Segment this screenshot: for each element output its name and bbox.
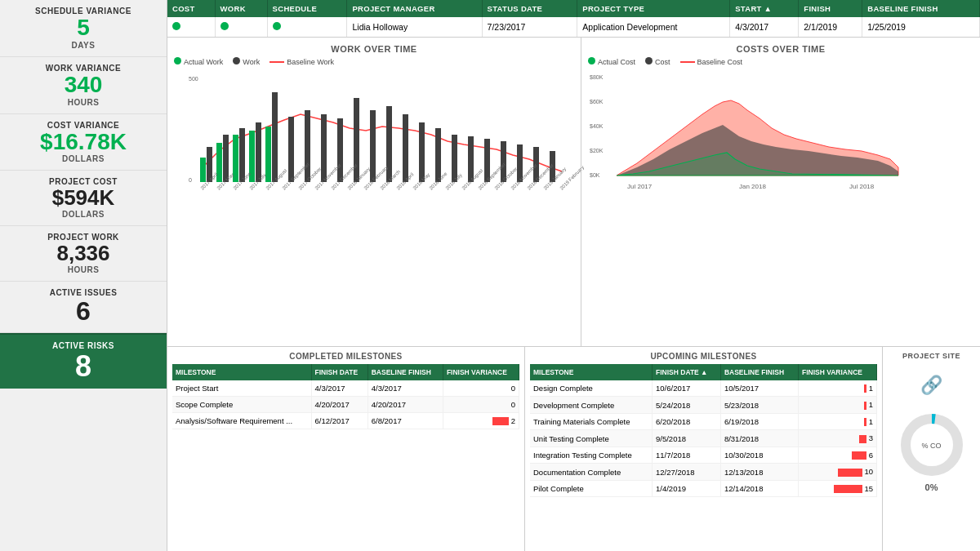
- cm-finish: 4/20/2017: [311, 397, 368, 413]
- gauge-container: % CO: [899, 412, 964, 479]
- col-finish: FINISH: [799, 0, 862, 17]
- um-baseline: 5/23/2018: [720, 397, 798, 413]
- table-row: Project Start 4/3/2017 4/3/2017 0: [172, 380, 519, 397]
- cm-col-variance: FINISH VARIANCE: [443, 364, 519, 380]
- cm-col-baseline: BASELINE FINISH: [368, 364, 443, 380]
- um-col-finish: FINISH DATE ▲: [653, 364, 721, 380]
- cost-chart-legend: Actual Cost Cost Baseline Cost: [588, 57, 973, 66]
- manager-name: Lidia Holloway: [347, 17, 482, 37]
- variance-bar: [864, 384, 866, 393]
- start-date: 4/3/2017: [730, 17, 799, 37]
- active-risks-block: ACTIVE RISKS 8: [0, 333, 167, 389]
- project-site-label: PROJECT SITE: [902, 352, 960, 360]
- cm-variance: 2: [443, 413, 519, 429]
- work-chart-legend: Actual Work Work Baseline Work: [174, 57, 574, 66]
- bar-actual-5: [265, 127, 271, 182]
- table-row: Development Complete 5/24/2018 5/23/2018…: [530, 397, 877, 413]
- upcoming-milestones-panel: UPCOMING MILESTONES MILESTONE FINISH DAT…: [524, 347, 882, 551]
- cost-variance-unit: DOLLARS: [8, 154, 158, 163]
- um-baseline: 6/19/2018: [720, 413, 798, 429]
- um-milestone: Unit Testing Complete: [530, 430, 653, 447]
- col-pm: PROJECT MANAGER: [347, 0, 482, 17]
- work-variance-unit: HOURS: [8, 98, 158, 107]
- cost-chart-panel: COSTS OVER TIME Actual Cost Cost Baselin…: [581, 38, 980, 346]
- pct-co-label: % CO: [921, 442, 941, 450]
- variance-bar: [852, 451, 866, 460]
- schedule-status: [267, 17, 347, 37]
- variance-bar: [834, 485, 862, 493]
- sidebar: SCHEDULE VARIANCE 5 DAYS WORK VARIANCE 3…: [0, 0, 167, 551]
- um-variance: 6: [798, 447, 876, 463]
- project-type: Application Development: [577, 17, 730, 37]
- um-finish: 10/6/2017: [653, 380, 721, 397]
- baseline-finish-date: 1/25/2019: [862, 17, 980, 37]
- um-variance: 1: [798, 397, 876, 413]
- um-variance: 10: [798, 464, 876, 480]
- um-finish: 1/4/2019: [653, 480, 721, 496]
- bar-work-9: [337, 118, 343, 182]
- project-site-panel: PROJECT SITE 🔗 % CO 0%: [882, 347, 980, 551]
- y-label-500: 500: [189, 76, 198, 82]
- cost-x-jan18: Jan 2018: [739, 183, 766, 190]
- cm-baseline: 4/20/2017: [368, 397, 443, 413]
- cm-milestone: Analysis/Software Requirement ...: [172, 413, 311, 429]
- pct-value: 0%: [925, 482, 938, 492]
- project-work-unit: HOURS: [8, 265, 158, 274]
- table-row: Pilot Complete 1/4/2019 12/14/2018 15: [530, 480, 877, 496]
- cm-milestone: Project Start: [172, 380, 311, 397]
- um-milestone: Development Complete: [530, 397, 653, 413]
- um-baseline: 10/30/2018: [720, 447, 798, 463]
- bar-work-4: [256, 122, 261, 182]
- um-variance: 1: [798, 380, 876, 397]
- variance-bar: [864, 418, 866, 426]
- completed-milestones-title: COMPLETED MILESTONES: [172, 352, 519, 361]
- um-milestone: Training Materials Complete: [530, 413, 653, 429]
- schedule-dot: [273, 22, 281, 30]
- bar-work-8: [321, 114, 327, 182]
- baseline-work-legend-line: [270, 61, 284, 63]
- um-col-variance: FINISH VARIANCE: [798, 364, 876, 380]
- schedule-variance-unit: DAYS: [8, 41, 158, 50]
- table-row: Unit Testing Complete 9/5/2018 8/31/2018…: [530, 430, 877, 447]
- link-icon[interactable]: 🔗: [920, 375, 942, 396]
- variance-bar: [838, 469, 862, 477]
- um-finish: 5/24/2018: [653, 397, 721, 413]
- cost-dot: [172, 22, 180, 30]
- um-baseline: 8/31/2018: [720, 430, 798, 447]
- table-row: Analysis/Software Requirement ... 6/12/2…: [172, 413, 519, 429]
- bar-work-14: [419, 122, 425, 182]
- um-finish: 9/5/2018: [653, 430, 721, 447]
- cm-variance: 0: [443, 397, 519, 413]
- col-baseline-finish: BASELINE FINISH: [862, 0, 980, 17]
- cost-y-20k: $20K: [590, 148, 604, 153]
- bar-work-3: [239, 128, 245, 182]
- work-variance-value: 340: [8, 73, 158, 98]
- project-table: COST WORK SCHEDULE PROJECT MANAGER STATU…: [167, 0, 980, 38]
- cm-baseline: 4/3/2017: [368, 380, 443, 397]
- cost-legend-dot: [645, 57, 653, 64]
- um-col-milestone: MILESTONE: [530, 364, 653, 380]
- um-col-baseline: BASELINE FINISH: [720, 364, 798, 380]
- cm-baseline: 6/8/2017: [368, 413, 443, 429]
- table-row: Design Complete 10/6/2017 10/5/2017 1: [530, 380, 877, 397]
- bar-work-11: [370, 110, 376, 182]
- um-baseline: 12/14/2018: [720, 480, 798, 496]
- col-project-type: PROJECT TYPE: [577, 0, 730, 17]
- cost-y-60k: $60K: [590, 99, 604, 104]
- milestones-row: COMPLETED MILESTONES MILESTONE FINISH DA…: [167, 347, 980, 551]
- active-issues-block: ACTIVE ISSUES 6: [0, 282, 167, 333]
- work-status: [215, 17, 267, 37]
- table-row: Training Materials Complete 6/20/2018 6/…: [530, 413, 877, 429]
- upcoming-milestones-table: MILESTONE FINISH DATE ▲ BASELINE FINISH …: [530, 364, 877, 497]
- table-row: Scope Complete 4/20/2017 4/20/2017 0: [172, 397, 519, 413]
- bar-work-15: [435, 128, 441, 182]
- col-cost: COST: [167, 0, 215, 17]
- variance-bar: [859, 435, 866, 443]
- active-issues-label: ACTIVE ISSUES: [8, 288, 158, 297]
- variance-bar: [864, 402, 866, 410]
- um-finish: 11/7/2018: [653, 447, 721, 463]
- baseline-cost-legend-line: [680, 61, 695, 63]
- um-variance: 3: [798, 430, 876, 447]
- cost-x-jul18: Jul 2018: [849, 183, 875, 190]
- cm-finish: 6/12/2017: [311, 413, 368, 429]
